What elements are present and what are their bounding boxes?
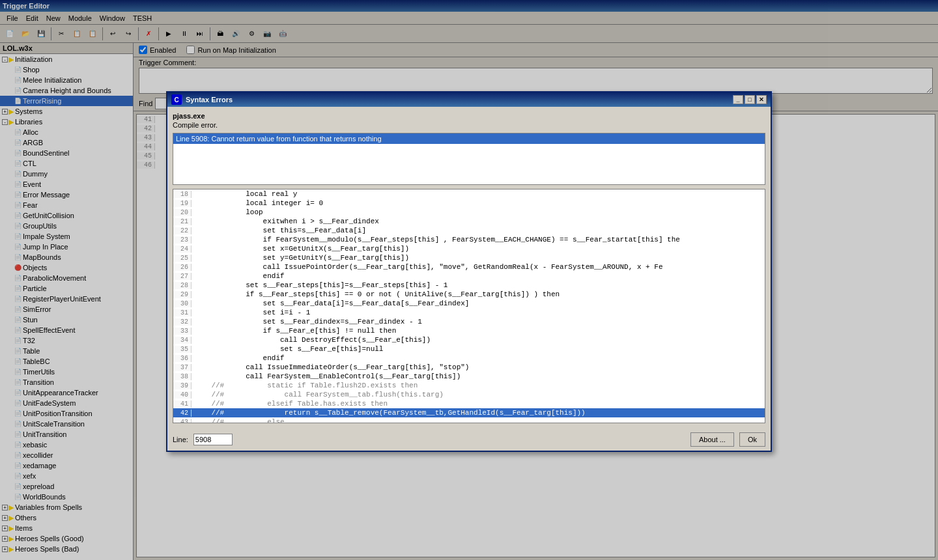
preview-line-43: 43 //# else [173, 417, 765, 423]
preview-line-35: 35 set s__Fear_e[this]=null [173, 344, 765, 354]
preview-line-32: 32 set s__Fear_dindex=s__Fear_dindex - 1 [173, 317, 765, 326]
preview-line-42-highlighted: 42 //# return s__Table_remove(FearSystem… [173, 408, 765, 417]
preview-line-37: 37 call IssueImmediateOrder(s__Fear_targ… [173, 363, 765, 372]
dialog-compile: Compile error. [173, 121, 765, 129]
preview-line-20: 20 loop [173, 208, 765, 217]
dialog-title: Syntax Errors [186, 96, 233, 104]
preview-line-27: 27 endif [173, 272, 765, 281]
preview-line-41: 41 //# elseif Table.has.exists then [173, 399, 765, 408]
dialog-maximize[interactable]: □ [745, 95, 755, 104]
preview-line-24: 24 set x=GetUnitX(s__Fear_targ[this]) [173, 244, 765, 253]
preview-line-34: 34 call DestroyEffect(s__Fear_e[this]) [173, 335, 765, 344]
error-list[interactable]: Line 5908: Cannot return value from func… [173, 133, 765, 185]
dialog-icon: C [171, 94, 182, 105]
syntax-dialog: C Syntax Errors _ □ ✕ pjass.exe Compile … [166, 91, 772, 452]
preview-line-18: 18 local real y [173, 189, 765, 199]
preview-line-30: 30 set s__Fear_data[i]=s__Fear_data[s__F… [173, 299, 765, 308]
preview-line-23: 23 if FearSystem__modulo(s__Fear_steps[t… [173, 235, 765, 244]
preview-line-28: 28 set s__Fear_steps[this]=s__Fear_steps… [173, 281, 765, 290]
preview-line-33: 33 if s__Fear_e[this] != null then [173, 326, 765, 335]
dialog-minimize[interactable]: _ [733, 95, 743, 104]
ok-button[interactable]: Ok [739, 432, 765, 447]
preview-line-40: 40 //# call FearSystem__tab.flush(this.t… [173, 390, 765, 399]
dialog-close[interactable]: ✕ [756, 95, 767, 104]
preview-line-31: 31 set i=i - 1 [173, 308, 765, 317]
preview-line-38: 38 call FearSystem__EnableControl(s__Fea… [173, 372, 765, 381]
dialog-footer: Line: 5908 About ... Ok [167, 428, 771, 451]
dialog-body: pjass.exe Compile error. Line 5908: Cann… [167, 107, 771, 428]
preview-line-22: 22 set this=s__Fear_data[i] [173, 226, 765, 235]
preview-line-39: 39 //# static if Table.flush2D.exists th… [173, 381, 765, 390]
dialog-title-controls: _ □ ✕ [733, 95, 767, 104]
line-number-input[interactable]: 5908 [193, 434, 233, 445]
preview-line-29: 29 if s__Fear_steps[this] == 0 or not ( … [173, 290, 765, 299]
preview-line-26: 26 call IssuePointOrder(s__Fear_targ[thi… [173, 262, 765, 272]
code-preview[interactable]: 18 local real y 19 local integer i= 0 20… [173, 189, 765, 423]
error-message: Line 5908: Cannot return value from func… [176, 135, 382, 143]
modal-overlay: C Syntax Errors _ □ ✕ pjass.exe Compile … [0, 0, 938, 560]
about-button[interactable]: About ... [690, 432, 734, 447]
line-label: Line: [173, 436, 188, 443]
preview-line-36: 36 endif [173, 354, 765, 363]
dialog-title-bar: C Syntax Errors _ □ ✕ [167, 92, 771, 107]
error-row-1[interactable]: Line 5908: Cannot return value from func… [173, 133, 765, 144]
preview-line-21: 21 exitwhen i > s__Fear_dindex [173, 217, 765, 226]
dialog-exe: pjass.exe [173, 112, 765, 120]
preview-line-19: 19 local integer i= 0 [173, 199, 765, 208]
preview-line-25: 25 set y=GetUnitY(s__Fear_targ[this]) [173, 253, 765, 262]
